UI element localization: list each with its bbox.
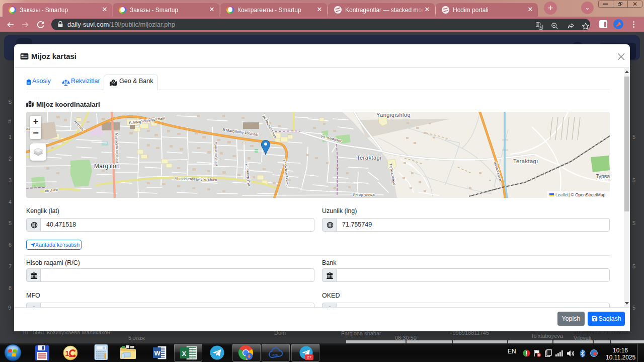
svg-text:X: X xyxy=(182,350,187,357)
svg-text:Leaflet: Leaflet xyxy=(555,192,569,197)
svg-text:Teraktagi: Teraktagi xyxy=(357,155,381,161)
svg-text:Marg'ilon: Marg'ilon xyxy=(94,163,120,170)
svg-text:Ингор-улица: Ингор-улица xyxy=(353,192,375,197)
svg-text:Турват: Турват xyxy=(596,173,610,179)
svg-text:W: W xyxy=(154,349,161,357)
svg-text:1: 1 xyxy=(65,349,69,357)
svg-text:Teraktagı: Teraktagı xyxy=(513,158,538,164)
svg-text:Yangiqishloq: Yangiqishloq xyxy=(376,112,411,118)
svg-text:| © OpenStreetMap: | © OpenStreetMap xyxy=(569,192,605,197)
svg-text:ATC: ATC xyxy=(272,353,279,356)
